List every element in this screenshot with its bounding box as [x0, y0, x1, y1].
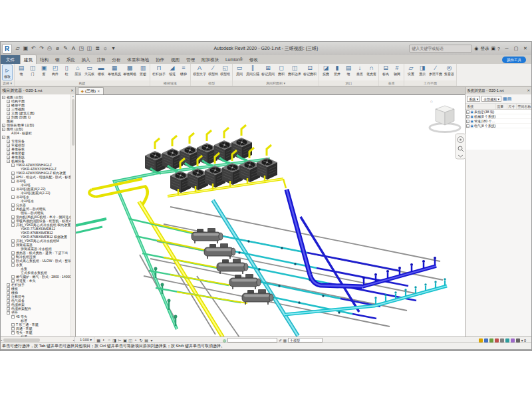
qat-icon[interactable]: A [70, 43, 77, 55]
ribbon-button[interactable]: ▩ 幕墙网格 [122, 65, 137, 80]
expand-toggle-icon[interactable]: + [7, 156, 10, 159]
view-control-icon[interactable]: ▾ [149, 338, 154, 342]
expand-toggle-icon[interactable] [16, 168, 19, 171]
ribbon-tab[interactable]: 文件 [1, 55, 20, 64]
ribbon-tab[interactable]: 结构 [37, 55, 52, 64]
tree-item[interactable]: + AHU - 组合式 - 现场装配 - 卧式 - 标准 - 2000 - 55… [1, 175, 70, 179]
system-row[interactable]: + ▣ 管道(180 个… [466, 119, 531, 124]
system-filter-dropdown[interactable]: 系统 ▾ [467, 96, 480, 102]
expand-toggle-icon[interactable]: + [7, 148, 10, 151]
ribbon-button[interactable]: ▥ 竖梃 [138, 65, 148, 80]
ribbon-button[interactable]: ▤ 墙 [16, 65, 27, 80]
ribbon-tab[interactable]: 视图 [168, 55, 183, 64]
ribbon-panel-label[interactable]: 楼梯坡道 [150, 80, 190, 86]
ribbon-tab[interactable]: 附加模块 [198, 55, 222, 64]
qat-icon[interactable]: ≣ [94, 43, 101, 55]
expand-toggle-icon[interactable] [16, 211, 19, 215]
ribbon-button[interactable]: ↓ 垂直 [354, 65, 365, 80]
expand-toggle-icon[interactable] [16, 271, 19, 275]
status-filter-icon[interactable] [500, 338, 504, 342]
expand-toggle-icon[interactable]: + [11, 219, 15, 223]
expand-toggle-icon[interactable]: − [2, 128, 5, 131]
expand-toggle-icon[interactable]: + [7, 283, 10, 287]
qat-icon[interactable]: ☼ [102, 43, 109, 55]
expand-toggle-icon[interactable]: + [7, 112, 10, 115]
view-control-icon[interactable]: ✂ [117, 338, 122, 342]
ribbon-panel-label[interactable]: 选择 ▾ [1, 80, 14, 86]
expand-toggle-icon[interactable]: + [11, 255, 15, 259]
expand-toggle-icon[interactable]: − [11, 188, 15, 191]
ribbon-button[interactable]: ▯ 柱 [61, 65, 72, 80]
help-icon[interactable]: ? [497, 47, 500, 51]
expand-toggle-icon[interactable] [16, 184, 19, 187]
close-icon[interactable]: ✕ [527, 87, 530, 94]
expand-toggle-icon[interactable]: − [11, 164, 15, 167]
close-icon[interactable]: ✕ [70, 87, 74, 94]
ribbon-button[interactable]: ◎ 查看器 [444, 65, 455, 80]
ribbon-tab[interactable]: 分析 [109, 55, 124, 64]
ribbon-tab[interactable]: Lumion® [222, 55, 246, 64]
navigation-bar[interactable] [456, 134, 466, 159]
ribbon-button[interactable]: ◻ 面积 [276, 65, 287, 80]
expand-toggle-icon[interactable]: − [2, 96, 5, 99]
view-control-icon[interactable]: ▣ [122, 338, 128, 342]
expand-toggle-icon[interactable] [16, 200, 19, 203]
ribbon-tab[interactable]: 系统 [63, 55, 78, 64]
view-control-icon[interactable]: ⚬ [133, 338, 138, 342]
project-browser-vscrollbar[interactable]: ▴ [70, 94, 75, 336]
qat-icon[interactable]: ✎ [62, 43, 69, 55]
expand-toggle-icon[interactable]: + [7, 291, 10, 295]
expand-toggle-icon[interactable]: − [11, 196, 15, 199]
expand-toggle-icon[interactable]: + [7, 104, 10, 107]
expand-toggle-icon[interactable] [16, 192, 19, 195]
qat-icon[interactable]: ↷ [38, 43, 45, 55]
expand-toggle-icon[interactable]: + [11, 239, 15, 243]
ribbon-button[interactable]: ⊓ 栏杆扶手 [152, 65, 166, 80]
expand-toggle-icon[interactable]: − [11, 207, 15, 211]
expand-toggle-icon[interactable]: + [466, 110, 469, 114]
status-filter-icon[interactable] [489, 338, 493, 342]
window-control-button[interactable]: ✕ [521, 43, 530, 55]
selection-count[interactable]: ▾ 0 [521, 338, 526, 342]
expand-toggle-icon[interactable] [16, 235, 19, 239]
expand-toggle-icon[interactable]: − [7, 160, 10, 163]
expand-toggle-icon[interactable]: + [11, 203, 15, 207]
ribbon-button[interactable]: ⌂ 屋顶 [72, 65, 83, 80]
ribbon-button[interactable]: ◨ 显示 [417, 65, 428, 80]
discipline-filter-dropdown[interactable]: 全部规程 ▾ [481, 96, 501, 102]
status-filter-icon[interactable] [505, 338, 509, 342]
ribbon-tab[interactable]: 修改 [246, 55, 261, 64]
ribbon-button[interactable]: ≡ 楼梯 [178, 65, 189, 80]
status-filter-icon[interactable] [495, 338, 499, 342]
ribbon-tab[interactable]: 建筑 [20, 55, 37, 64]
viewcube[interactable]: ⌂ [430, 99, 460, 132]
expand-toggle-icon[interactable]: − [11, 263, 15, 267]
column-header[interactable]: 尺寸 [507, 104, 517, 109]
expand-toggle-icon[interactable]: + [7, 287, 10, 291]
ribbon-button[interactable]: ▬ 楼板 [96, 65, 106, 80]
ribbon-button[interactable]: ▱ 设置 [406, 65, 416, 80]
workset-dropdown[interactable] [227, 338, 277, 342]
expand-toggle-icon[interactable] [16, 247, 19, 251]
ribbon-panel-label[interactable]: 模型 [191, 80, 232, 86]
signin-button[interactable]: 登录 [480, 46, 489, 52]
expand-toggle-icon[interactable]: + [11, 176, 15, 179]
expand-toggle-icon[interactable]: + [7, 299, 10, 303]
app-store-icon[interactable]: ▣ [491, 46, 495, 51]
ribbon-button[interactable]: ◪ 按面 [321, 65, 331, 80]
ribbon-tab[interactable]: 协作 [152, 55, 168, 64]
view-control-icon[interactable]: ↻ [138, 338, 144, 342]
system-browser-tool-icon[interactable]: ▤ [507, 96, 512, 101]
system-row[interactable]: + ▣ 机械(8 个系统) [466, 114, 531, 119]
ribbon-button[interactable]: ⊞ 标记房间 [261, 65, 275, 80]
system-browser-tool-icon[interactable]: ▦ [503, 96, 507, 101]
ribbon-tab[interactable]: 注释 [94, 55, 109, 64]
revit-logo-icon[interactable]: R [2, 44, 12, 54]
expand-toggle-icon[interactable]: + [11, 251, 15, 255]
expand-toggle-icon[interactable]: − [11, 331, 15, 334]
qat-icon[interactable]: ◫ [86, 43, 93, 55]
expand-toggle-icon[interactable]: + [11, 259, 15, 263]
ribbon-panel-label[interactable]: 基准 [379, 80, 404, 86]
view-control-icon[interactable]: ☼ [106, 338, 112, 342]
expand-toggle-icon[interactable]: + [7, 144, 10, 147]
